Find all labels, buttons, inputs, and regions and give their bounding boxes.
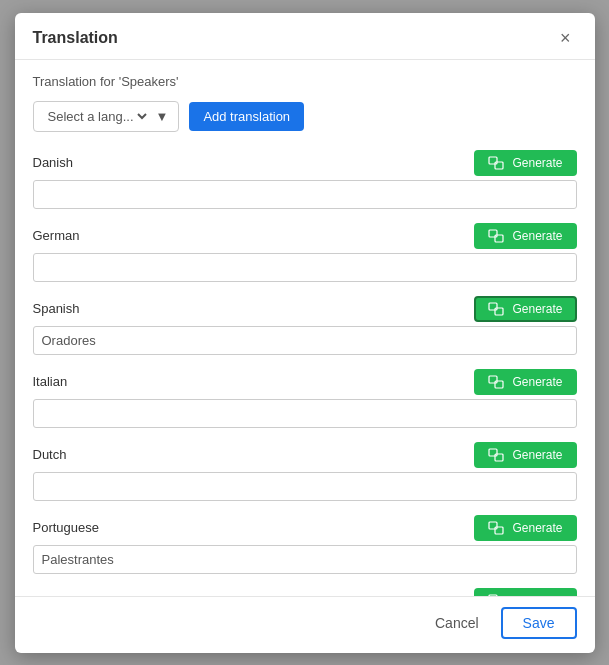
lang-row-dutch: Dutch Generate xyxy=(33,442,577,501)
add-translation-button[interactable]: Add translation xyxy=(189,102,304,131)
lang-input-spanish[interactable] xyxy=(33,326,577,355)
generate-label-portuguese: Generate xyxy=(512,521,562,535)
svg-rect-9 xyxy=(495,454,503,461)
lang-input-portuguese[interactable] xyxy=(33,545,577,574)
generate-label-spanish: Generate xyxy=(512,302,562,316)
lang-row-german: German Generate xyxy=(33,223,577,282)
lang-label-german: German xyxy=(33,228,80,243)
language-rows-container: Danish GenerateGerman GenerateSpanish Ge… xyxy=(33,150,577,596)
lang-label-row-german: German Generate xyxy=(33,223,577,249)
modal-header: Translation × xyxy=(15,13,595,60)
lang-select-wrapper[interactable]: Select a lang... ▼ xyxy=(33,101,180,132)
lang-input-danish[interactable] xyxy=(33,180,577,209)
modal-subtitle: Translation for 'Speakers' xyxy=(33,74,577,89)
generate-button-portuguese[interactable]: Generate xyxy=(474,515,576,541)
translate-icon-danish xyxy=(488,156,507,170)
close-button[interactable]: × xyxy=(554,27,577,49)
generate-label-italian: Generate xyxy=(512,375,562,389)
generate-label-danish: Generate xyxy=(512,156,562,170)
translation-modal: Translation × Translation for 'Speakers'… xyxy=(15,13,595,653)
modal-overlay: Translation × Translation for 'Speakers'… xyxy=(0,0,609,665)
lang-row-portuguese: Portuguese Generate xyxy=(33,515,577,574)
generate-button-spanish[interactable]: Generate xyxy=(474,296,576,322)
svg-rect-2 xyxy=(489,230,497,237)
lang-label-row-portuguese: Portuguese Generate xyxy=(33,515,577,541)
generate-button-dutch[interactable]: Generate xyxy=(474,442,576,468)
translate-icon-spanish xyxy=(488,302,507,316)
language-dropdown[interactable]: Select a lang... xyxy=(44,108,150,125)
lang-label-danish: Danish xyxy=(33,155,73,170)
modal-body: Translation for 'Speakers' Select a lang… xyxy=(15,60,595,596)
lang-label-row-dutch: Dutch Generate xyxy=(33,442,577,468)
top-controls: Select a lang... ▼ Add translation xyxy=(33,101,577,132)
svg-rect-7 xyxy=(495,381,503,388)
svg-rect-8 xyxy=(489,449,497,456)
lang-input-italian[interactable] xyxy=(33,399,577,428)
modal-footer: Cancel Save xyxy=(15,596,595,653)
svg-rect-10 xyxy=(489,522,497,529)
lang-label-row-chinese: Chinese Generate xyxy=(33,588,577,596)
translate-icon-german xyxy=(488,229,507,243)
dropdown-arrow-icon: ▼ xyxy=(156,109,169,124)
lang-label-dutch: Dutch xyxy=(33,447,67,462)
svg-rect-1 xyxy=(495,162,503,169)
lang-row-chinese: Chinese Generate xyxy=(33,588,577,596)
lang-label-portuguese: Portuguese xyxy=(33,520,100,535)
generate-button-italian[interactable]: Generate xyxy=(474,369,576,395)
translate-icon-dutch xyxy=(488,448,507,462)
lang-label-row-danish: Danish Generate xyxy=(33,150,577,176)
lang-label-spanish: Spanish xyxy=(33,301,80,316)
generate-button-chinese[interactable]: Generate xyxy=(474,588,576,596)
lang-row-spanish: Spanish Generate xyxy=(33,296,577,355)
svg-rect-11 xyxy=(495,527,503,534)
cancel-button[interactable]: Cancel xyxy=(423,609,491,637)
lang-row-italian: Italian Generate xyxy=(33,369,577,428)
svg-rect-6 xyxy=(489,376,497,383)
translate-icon-italian xyxy=(488,375,507,389)
svg-rect-5 xyxy=(495,308,503,315)
lang-row-danish: Danish Generate xyxy=(33,150,577,209)
svg-rect-3 xyxy=(495,235,503,242)
lang-label-italian: Italian xyxy=(33,374,68,389)
generate-label-german: Generate xyxy=(512,229,562,243)
save-button[interactable]: Save xyxy=(501,607,577,639)
lang-input-dutch[interactable] xyxy=(33,472,577,501)
generate-button-danish[interactable]: Generate xyxy=(474,150,576,176)
generate-button-german[interactable]: Generate xyxy=(474,223,576,249)
generate-label-dutch: Generate xyxy=(512,448,562,462)
lang-input-german[interactable] xyxy=(33,253,577,282)
lang-label-row-italian: Italian Generate xyxy=(33,369,577,395)
modal-title: Translation xyxy=(33,29,118,47)
lang-label-row-spanish: Spanish Generate xyxy=(33,296,577,322)
svg-rect-4 xyxy=(489,303,497,310)
translate-icon-portuguese xyxy=(488,521,507,535)
svg-rect-0 xyxy=(489,157,497,164)
